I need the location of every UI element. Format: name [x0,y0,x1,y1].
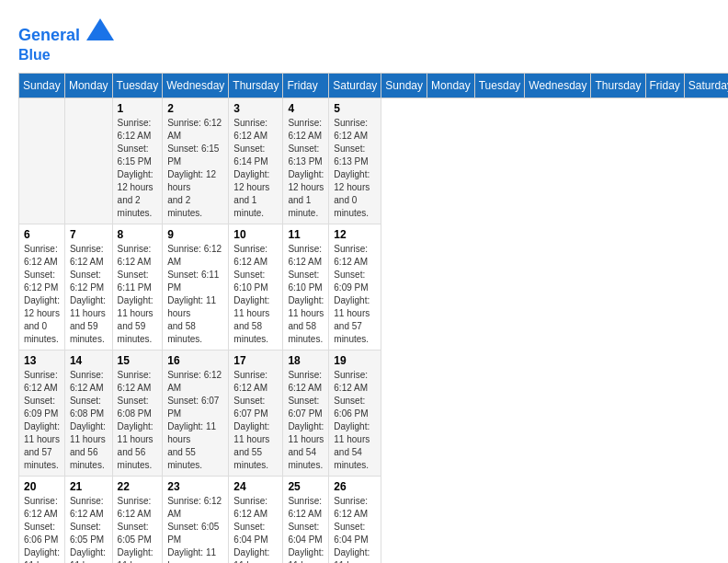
day-number: 18 [288,354,324,367]
day-info: Sunrise: 6:12 AMSunset: 6:15 PMDaylight:… [167,117,223,220]
day-info: Sunrise: 6:12 AMSunset: 6:07 PMDaylight:… [288,369,324,472]
day-number: 25 [288,480,324,493]
calendar-cell: 21Sunrise: 6:12 AMSunset: 6:05 PMDayligh… [64,476,112,563]
day-info: Sunrise: 6:12 AMSunset: 6:15 PMDaylight:… [118,117,158,220]
logo-general: General [18,26,80,44]
header-monday: Monday [64,73,112,98]
calendar-cell: 6Sunrise: 6:12 AMSunset: 6:12 PMDaylight… [19,224,65,350]
calendar-cell: 8Sunrise: 6:12 AMSunset: 6:11 PMDaylight… [112,224,163,350]
day-info: Sunrise: 6:12 AMSunset: 6:04 PMDaylight:… [334,495,376,563]
day-number: 9 [167,228,223,241]
calendar-cell: 7Sunrise: 6:12 AMSunset: 6:12 PMDaylight… [64,224,112,350]
day-info: Sunrise: 6:12 AMSunset: 6:09 PMDaylight:… [24,369,60,472]
day-info: Sunrise: 6:12 AMSunset: 6:07 PMDaylight:… [233,369,278,472]
calendar-table: SundayMondayTuesdayWednesdayThursdayFrid… [18,73,728,563]
day-info: Sunrise: 6:12 AMSunset: 6:05 PMDaylight:… [118,495,158,563]
day-number: 11 [288,228,324,241]
calendar-cell: 12Sunrise: 6:12 AMSunset: 6:09 PMDayligh… [329,224,381,350]
day-info: Sunrise: 6:12 AMSunset: 6:10 PMDaylight:… [233,243,278,346]
day-info: Sunrise: 6:12 AMSunset: 6:07 PMDaylight:… [167,369,223,472]
header-friday: Friday [283,73,329,98]
header-friday: Friday [645,73,684,98]
day-info: Sunrise: 6:12 AMSunset: 6:06 PMDaylight:… [334,369,376,472]
calendar-cell: 3Sunrise: 6:12 AMSunset: 6:14 PMDaylight… [229,98,283,224]
day-number: 20 [24,480,60,493]
calendar-week-3: 13Sunrise: 6:12 AMSunset: 6:09 PMDayligh… [19,350,729,476]
calendar-cell: 25Sunrise: 6:12 AMSunset: 6:04 PMDayligh… [283,476,329,563]
header-tuesday: Tuesday [112,73,163,98]
calendar-cell: 23Sunrise: 6:12 AMSunset: 6:05 PMDayligh… [163,476,229,563]
calendar-cell: 16Sunrise: 6:12 AMSunset: 6:07 PMDayligh… [163,350,229,476]
calendar-cell: 26Sunrise: 6:12 AMSunset: 6:04 PMDayligh… [329,476,381,563]
day-info: Sunrise: 6:12 AMSunset: 6:09 PMDaylight:… [334,243,376,346]
day-number: 21 [70,480,108,493]
calendar-cell: 9Sunrise: 6:12 AMSunset: 6:11 PMDaylight… [163,224,229,350]
calendar-cell: 18Sunrise: 6:12 AMSunset: 6:07 PMDayligh… [283,350,329,476]
header-wednesday: Wednesday [525,73,591,98]
day-info: Sunrise: 6:12 AMSunset: 6:11 PMDaylight:… [118,243,158,346]
header-wednesday: Wednesday [163,73,229,98]
calendar-cell: 20Sunrise: 6:12 AMSunset: 6:06 PMDayligh… [19,476,65,563]
day-info: Sunrise: 6:12 AMSunset: 6:10 PMDaylight:… [288,243,324,346]
calendar-cell: 5Sunrise: 6:12 AMSunset: 6:13 PMDaylight… [329,98,381,224]
day-number: 26 [334,480,376,493]
day-info: Sunrise: 6:12 AMSunset: 6:04 PMDaylight:… [233,495,278,563]
logo-text: General [18,18,114,46]
day-number: 16 [167,354,223,367]
svg-marker-0 [86,18,114,40]
day-info: Sunrise: 6:12 AMSunset: 6:12 PMDaylight:… [70,243,108,346]
calendar-cell: 13Sunrise: 6:12 AMSunset: 6:09 PMDayligh… [19,350,65,476]
day-number: 10 [233,228,278,241]
calendar-cell: 22Sunrise: 6:12 AMSunset: 6:05 PMDayligh… [112,476,163,563]
day-number: 7 [70,228,108,241]
header-tuesday: Tuesday [474,73,525,98]
day-number: 2 [167,102,223,115]
day-info: Sunrise: 6:12 AMSunset: 6:08 PMDaylight:… [70,369,108,472]
calendar-week-2: 6Sunrise: 6:12 AMSunset: 6:12 PMDaylight… [19,224,729,350]
day-info: Sunrise: 6:12 AMSunset: 6:05 PMDaylight:… [70,495,108,563]
calendar-cell: 1Sunrise: 6:12 AMSunset: 6:15 PMDaylight… [112,98,163,224]
calendar-cell: 19Sunrise: 6:12 AMSunset: 6:06 PMDayligh… [329,350,381,476]
calendar-cell: 11Sunrise: 6:12 AMSunset: 6:10 PMDayligh… [283,224,329,350]
calendar-cell [19,98,65,224]
calendar-week-1: 1Sunrise: 6:12 AMSunset: 6:15 PMDaylight… [19,98,729,224]
day-info: Sunrise: 6:12 AMSunset: 6:12 PMDaylight:… [24,243,60,346]
day-number: 12 [334,228,376,241]
day-number: 5 [334,102,376,115]
day-number: 8 [118,228,158,241]
day-number: 22 [118,480,158,493]
day-info: Sunrise: 6:12 AMSunset: 6:13 PMDaylight:… [288,117,324,220]
day-number: 15 [118,354,158,367]
day-number: 4 [288,102,324,115]
day-info: Sunrise: 6:12 AMSunset: 6:13 PMDaylight:… [334,117,376,220]
header-saturday: Saturday [684,73,728,98]
day-number: 3 [233,102,278,115]
calendar-cell: 2Sunrise: 6:12 AMSunset: 6:15 PMDaylight… [163,98,229,224]
calendar-cell [64,98,112,224]
day-info: Sunrise: 6:12 AMSunset: 6:11 PMDaylight:… [167,243,223,346]
page-header: General Blue [18,18,710,63]
calendar-cell: 14Sunrise: 6:12 AMSunset: 6:08 PMDayligh… [64,350,112,476]
calendar-week-4: 20Sunrise: 6:12 AMSunset: 6:06 PMDayligh… [19,476,729,563]
day-info: Sunrise: 6:12 AMSunset: 6:06 PMDaylight:… [24,495,60,563]
header-saturday: Saturday [329,73,381,98]
calendar-cell: 17Sunrise: 6:12 AMSunset: 6:07 PMDayligh… [229,350,283,476]
day-info: Sunrise: 6:12 AMSunset: 6:14 PMDaylight:… [233,117,278,220]
day-info: Sunrise: 6:12 AMSunset: 6:05 PMDaylight:… [167,495,223,563]
header-monday: Monday [427,73,475,98]
logo-blue: Blue [18,46,114,63]
header-sunday: Sunday [19,73,65,98]
day-number: 24 [233,480,278,493]
day-number: 1 [118,102,158,115]
day-number: 14 [70,354,108,367]
header-thursday: Thursday [591,73,645,98]
day-number: 17 [233,354,278,367]
day-number: 19 [334,354,376,367]
header-sunday: Sunday [381,73,427,98]
calendar-cell: 24Sunrise: 6:12 AMSunset: 6:04 PMDayligh… [229,476,283,563]
calendar-cell: 15Sunrise: 6:12 AMSunset: 6:08 PMDayligh… [112,350,163,476]
day-info: Sunrise: 6:12 AMSunset: 6:08 PMDaylight:… [118,369,158,472]
calendar-header-row: SundayMondayTuesdayWednesdayThursdayFrid… [19,73,729,98]
calendar-cell: 4Sunrise: 6:12 AMSunset: 6:13 PMDaylight… [283,98,329,224]
day-number: 13 [24,354,60,367]
